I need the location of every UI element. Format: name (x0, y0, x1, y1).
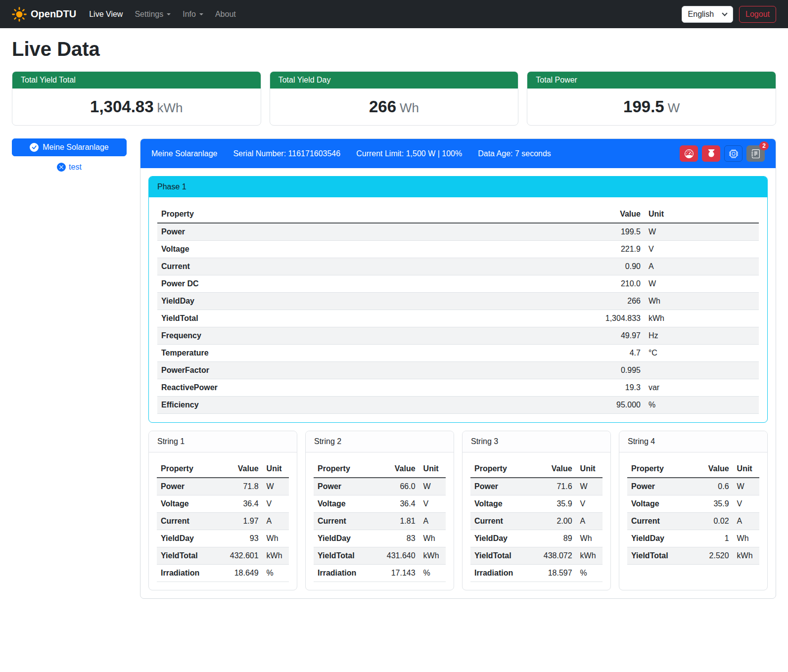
table-row: Voltage 36.4 V (314, 495, 446, 513)
table-row: YieldDay 89 Wh (470, 530, 603, 547)
nav-live-view[interactable]: Live View (83, 6, 129, 23)
logout-button[interactable]: Logout (739, 6, 776, 23)
unit-cell: kWh (419, 547, 446, 565)
device-info-button[interactable] (724, 145, 742, 162)
string-card-body: Property Value Unit Power (149, 452, 297, 590)
property-cell: YieldTotal (627, 547, 688, 565)
journal-icon (751, 149, 760, 158)
unit-cell: A (419, 513, 446, 530)
chevron-down-icon (199, 13, 203, 15)
value-cell: 431.640 (374, 547, 419, 565)
sidebar-item-label: test (69, 163, 82, 172)
inverter-panel-body: Phase 1 Property Value Unit (140, 168, 776, 598)
card-body: 266Wh (270, 89, 518, 125)
unit-cell: A (263, 513, 289, 530)
language-select[interactable]: English (682, 6, 733, 23)
unit-cell: Hz (645, 327, 759, 345)
unit-cell: W (645, 275, 759, 293)
property-cell: Voltage (314, 495, 374, 513)
main-row: Meine Solaranlage test Meine Solaranlage… (12, 138, 776, 599)
table-row: ReactivePower 19.3 var (157, 379, 759, 397)
table-row: Power 0.6 W (627, 478, 759, 495)
value-cell: 210.0 (555, 275, 645, 293)
string-card-header: String 2 (306, 431, 454, 452)
value-cell: 35.9 (531, 495, 576, 513)
card-header: Total Power (527, 72, 776, 89)
table-row: Frequency 49.97 Hz (157, 327, 759, 345)
column-unit: Unit (576, 460, 603, 478)
string-card-body: Property Value Unit Power (463, 452, 610, 590)
nav-settings-label: Settings (135, 10, 163, 19)
chevron-down-icon (722, 10, 727, 16)
inverter-actions: 2 (680, 145, 765, 162)
limit-settings-button[interactable] (680, 145, 698, 162)
sidebar-item-meine-solaranlage[interactable]: Meine Solaranlage (12, 138, 127, 156)
string-4-table-body: Power 0.6 W Voltage 35.9 V (627, 478, 759, 565)
value-cell: 0.6 (688, 478, 733, 495)
chevron-down-icon (167, 13, 171, 15)
speedometer-icon (685, 149, 694, 158)
table-row: Current 2.00 A (470, 513, 603, 530)
inverter-serial: Serial Number: 116171603546 (233, 149, 340, 158)
value-cell: 18.649 (218, 565, 263, 582)
total-yield-day-value: 266 (369, 97, 396, 116)
phase-card-body: Property Value Unit Power (149, 197, 767, 422)
card-header: Total Yield Day (270, 72, 518, 89)
nav-info[interactable]: Info (177, 6, 209, 23)
brand-link[interactable]: OpenDTU (12, 7, 76, 22)
value-cell: 0.90 (555, 258, 645, 275)
table-row: YieldTotal 1,304.833 kWh (157, 310, 759, 327)
table-row: Irradiation 17.143 % (314, 565, 446, 582)
unit-cell: A (576, 513, 603, 530)
unit-cell: Wh (645, 293, 759, 310)
table-row: Current 0.02 A (627, 513, 759, 530)
nav-settings[interactable]: Settings (129, 6, 177, 23)
unit-cell: A (645, 258, 759, 275)
table-row: PowerFactor 0.995 (157, 362, 759, 379)
unit-cell: % (263, 565, 289, 582)
sidebar-item-test[interactable]: test (12, 163, 127, 172)
table-header-row: Property Value Unit (627, 460, 759, 478)
string-card-header: String 4 (619, 431, 767, 452)
table-row: YieldTotal 432.601 kWh (157, 547, 289, 565)
string-card-header: String 3 (463, 431, 610, 452)
property-cell: Power (627, 478, 688, 495)
string-3-card: String 3 Property Value Unit (462, 431, 611, 590)
unit-cell: V (263, 495, 289, 513)
value-cell: 1.97 (218, 513, 263, 530)
table-row: Current 0.90 A (157, 258, 759, 275)
unit-cell: V (576, 495, 603, 513)
table-row: YieldDay 266 Wh (157, 293, 759, 310)
property-cell: Power (470, 478, 531, 495)
inverter-data-age: Data Age: 7 seconds (478, 149, 551, 158)
value-cell: 0.995 (555, 362, 645, 379)
phase-card: Phase 1 Property Value Unit (148, 176, 768, 423)
unit-cell: kWh (645, 310, 759, 327)
property-cell: Current (157, 258, 555, 275)
unit-cell: kWh (733, 547, 759, 565)
power-toggle-button[interactable] (702, 145, 720, 162)
property-cell: YieldTotal (157, 547, 218, 565)
card-body: 1,304.83kWh (12, 89, 261, 125)
table-header-row: Property Value Unit (157, 206, 759, 223)
string-4-card: String 4 Property Value Unit (619, 431, 768, 590)
property-cell: Frequency (157, 327, 555, 345)
value-cell: 1 (688, 530, 733, 547)
column-property: Property (470, 460, 531, 478)
property-cell: Voltage (157, 495, 218, 513)
value-cell: 2.00 (531, 513, 576, 530)
property-cell: Current (470, 513, 531, 530)
value-cell: 95.000 (555, 397, 645, 414)
nav-about[interactable]: About (209, 6, 242, 23)
x-circle-icon (57, 163, 66, 172)
string-card-body: Property Value Unit Power (619, 452, 767, 590)
phase-card-header: Phase 1 (149, 177, 767, 197)
unit-cell: V (419, 495, 446, 513)
table-row: Current 1.97 A (157, 513, 289, 530)
unit-cell: Wh (576, 530, 603, 547)
event-log-button[interactable]: 2 (746, 145, 765, 162)
value-cell: 432.601 (218, 547, 263, 565)
column-property: Property (157, 460, 218, 478)
unit-cell: % (576, 565, 603, 582)
value-cell: 199.5 (555, 223, 645, 241)
